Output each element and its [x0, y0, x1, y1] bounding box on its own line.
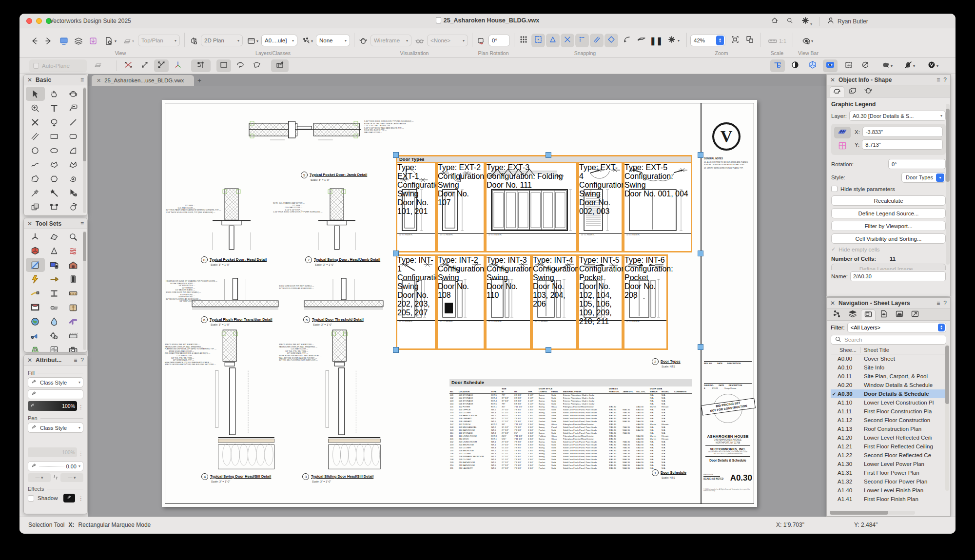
electrical-tool[interactable]: [26, 272, 45, 286]
solid-modeling-tool[interactable]: [26, 244, 45, 258]
framing-tool[interactable]: [26, 230, 45, 244]
angle-snap-toggle[interactable]: [546, 34, 560, 47]
view-bar-options-icon[interactable]: ▾: [798, 35, 817, 47]
auto-plane-toggle[interactable]: Auto-Plane: [29, 59, 87, 72]
hide-style-parameters-checkbox[interactable]: [831, 186, 838, 192]
zoom-stepper[interactable]: ▲▼: [716, 36, 724, 45]
image-effects-icon[interactable]: [841, 59, 856, 72]
selection-handle[interactable]: [393, 347, 399, 353]
sheet-layer-row[interactable]: A1.13Roof Construction Plan: [831, 425, 947, 433]
ellipse-tool[interactable]: [45, 143, 64, 157]
shape-tab[interactable]: [830, 86, 844, 97]
polygon-tool[interactable]: [45, 157, 64, 172]
sheet-layer-row[interactable]: A1.40Lower Level Finish Plan: [831, 486, 947, 495]
pan-tool[interactable]: [45, 87, 64, 101]
regular-polygon-tool[interactable]: [26, 172, 45, 186]
shadow-checkbox[interactable]: [28, 495, 34, 502]
plan-mode-dropdown[interactable]: 2D Plan▾: [201, 35, 243, 46]
sheet-title-column-header[interactable]: Sheet Title: [861, 347, 889, 353]
navigation-horizontal-scrollbar[interactable]: [830, 511, 915, 515]
pipe-fitting-tool[interactable]: [63, 314, 82, 328]
freehand-tool[interactable]: [26, 157, 45, 172]
define-legend-source-button[interactable]: Define Legend Source...: [831, 208, 946, 218]
help-icon[interactable]: ?: [943, 300, 947, 307]
viewport-nav-icon[interactable]: ▾: [245, 35, 260, 47]
hexagon-tool[interactable]: [45, 172, 64, 186]
filter-by-viewport-button[interactable]: Filter by Viewport...: [831, 221, 946, 231]
palette-menu-icon[interactable]: ≡: [80, 77, 84, 83]
close-icon[interactable]: ✕: [27, 220, 32, 227]
selection-handle[interactable]: [393, 251, 399, 256]
tool-sets-palette-header[interactable]: ✕Tool Sets≡: [24, 218, 87, 229]
legend-cell[interactable]: ±0" T.O. FINISH FL. Type: EXT-4Configura…: [578, 163, 623, 252]
viewports-tab[interactable]: [877, 309, 891, 320]
rounded-rectangle-tool[interactable]: [63, 129, 82, 143]
render-tab[interactable]: [861, 86, 876, 97]
no-texture-icon[interactable]: [858, 59, 873, 72]
line-marker-start-dropdown[interactable]: — ▾: [28, 473, 51, 482]
tangent-snap-toggle[interactable]: [604, 34, 618, 47]
double-line-tool[interactable]: [26, 129, 45, 143]
render-style-glasses-icon[interactable]: [413, 35, 426, 47]
object-info-header[interactable]: ✕Object Info - Shape≡?: [827, 75, 950, 85]
sheet-layer-row[interactable]: A0.10Site Info: [831, 363, 947, 372]
document-tab[interactable]: ✕25_Asharoken...use_BLDG.vwx: [92, 75, 194, 86]
plan-rotation-icon[interactable]: [475, 35, 488, 47]
filter-stepper[interactable]: ▲▼: [938, 324, 945, 331]
zoom-level-field[interactable]: 42%▲▼: [690, 35, 725, 46]
planar-mode-icon[interactable]: [91, 59, 105, 72]
roof-face-tool[interactable]: [45, 230, 64, 244]
fit-to-page-icon[interactable]: [728, 34, 742, 47]
minimize-window-button[interactable]: [36, 18, 42, 24]
stories-icon[interactable]: [72, 35, 85, 47]
search-input[interactable]: Search: [831, 335, 946, 345]
spring-tool[interactable]: [63, 244, 82, 258]
filter-dropdown[interactable]: <All Layers>▲▼: [847, 323, 946, 332]
pause-snapping-button[interactable]: ❚❚: [649, 34, 663, 47]
fill-color-swatch[interactable]: [28, 389, 83, 399]
flyover-tool[interactable]: [63, 87, 82, 101]
help-icon[interactable]: ?: [80, 357, 84, 364]
ghost-visibility-icon[interactable]: ▾: [899, 59, 919, 72]
av-equipment-tool[interactable]: [45, 258, 64, 272]
selection-handle[interactable]: [698, 251, 703, 256]
saved-views-icon[interactable]: ▾: [120, 35, 136, 47]
millwork-tool[interactable]: [63, 300, 82, 314]
navigation-vertical-scrollbar[interactable]: [945, 345, 949, 491]
working-plane-icon[interactable]: [635, 34, 648, 47]
object-snap-toggle[interactable]: [531, 34, 545, 47]
rectangular-marquee-mode[interactable]: [216, 59, 231, 72]
single-object-scaling-mode[interactable]: [137, 59, 152, 72]
detailing-tool[interactable]: [63, 230, 82, 244]
lasso-marquee-mode[interactable]: [233, 59, 248, 72]
palette-menu-icon[interactable]: ≡: [74, 357, 77, 364]
text-tool[interactable]: [45, 101, 64, 115]
share-screen-icon[interactable]: [58, 35, 70, 47]
legend-cell[interactable]: ±0" T.O. FINISH FL. Type: INT-2Configura…: [436, 254, 485, 350]
door-hardware-tool[interactable]: [63, 272, 82, 286]
legend-cell[interactable]: ±0" T.O. FINISH FL. Type: INT-3Configura…: [485, 254, 531, 350]
cabling-tool[interactable]: [26, 286, 45, 300]
fasteners-tool[interactable]: [45, 300, 64, 314]
selection-handle[interactable]: [698, 344, 703, 350]
sheet-layer-row[interactable]: A1.21First Floor Reflected Ceiling: [831, 442, 947, 451]
close-icon[interactable]: ✕: [830, 77, 835, 83]
line-tool[interactable]: [63, 115, 82, 129]
shadow-style-button[interactable]: [63, 494, 75, 502]
unrestricted-scaling-mode[interactable]: [154, 59, 169, 72]
camera-tool[interactable]: [63, 343, 82, 352]
layer-dropdown[interactable]: A0.30 [Door Details & S...▾: [849, 111, 946, 121]
sheet-number-column-header[interactable]: Shee...: [831, 347, 861, 353]
render-style-dropdown[interactable]: <None>▾: [427, 35, 468, 46]
stage-tool[interactable]: [26, 300, 45, 314]
plan-rotation-field[interactable]: 0°: [488, 35, 510, 46]
settings-gear-icon[interactable]: ▾: [800, 16, 812, 27]
classes-tab[interactable]: [830, 309, 844, 320]
signage-tool[interactable]: [45, 272, 64, 286]
tool-sets-scrollbar[interactable]: [83, 231, 86, 350]
glazing-tool[interactable]: [26, 258, 45, 272]
rotate-tool[interactable]: [63, 200, 82, 214]
render-teapot-icon[interactable]: [357, 35, 370, 47]
delete-tool[interactable]: [26, 115, 45, 129]
sheet-layer-row[interactable]: A0.00Cover Sheet: [831, 354, 947, 363]
